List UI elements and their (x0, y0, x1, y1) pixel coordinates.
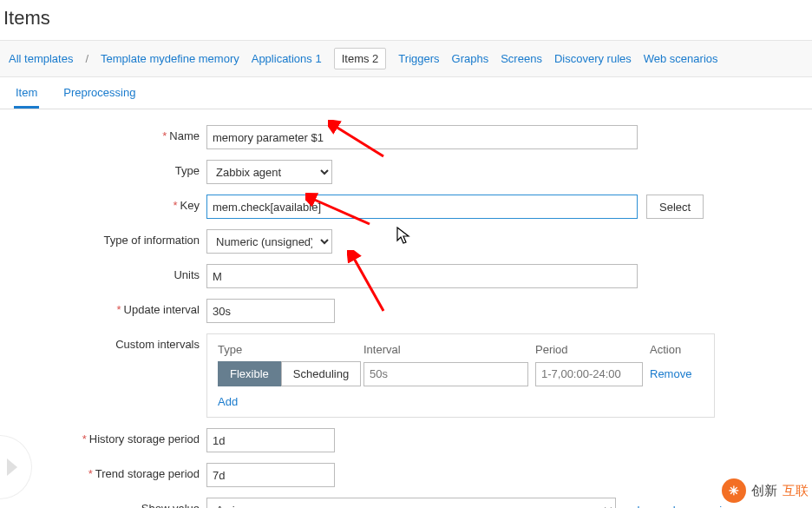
nav-screens[interactable]: Screens (501, 52, 542, 65)
select-key-button[interactable]: Select (646, 195, 704, 219)
show-value-select[interactable]: As is (206, 498, 616, 508)
label-name: Name (169, 129, 200, 142)
watermark-icon: ✳ (722, 478, 746, 503)
history-input[interactable] (206, 428, 335, 452)
trend-input[interactable] (206, 463, 335, 487)
label-custom-intervals: Custom intervals (115, 338, 200, 351)
key-input[interactable] (206, 195, 638, 219)
breadcrumb-navbar: All templates / Template mydefine memory… (0, 40, 812, 77)
custom-intervals-box: Type Interval Period Action Flexible Sch… (206, 333, 715, 418)
custom-period-input[interactable] (535, 362, 643, 386)
label-show-value: Show value (141, 502, 200, 508)
add-interval-link[interactable]: Add (218, 395, 238, 408)
breadcrumb-sep: / (85, 52, 88, 65)
units-input[interactable] (206, 264, 638, 288)
nav-applications[interactable]: Applications 1 (252, 52, 322, 65)
nav-template-name[interactable]: Template mydefine memory (101, 52, 239, 65)
scheduling-toggle[interactable]: Scheduling (281, 361, 361, 386)
flexible-toggle[interactable]: Flexible (218, 361, 281, 386)
nav-web[interactable]: Web scenarios (644, 52, 718, 65)
nav-graphs[interactable]: Graphs (452, 52, 489, 65)
page-title: Items (0, 0, 812, 40)
label-type: Type (175, 164, 200, 177)
custom-col-type: Type (218, 343, 363, 356)
tab-item[interactable]: Item (14, 86, 39, 109)
custom-col-interval: Interval (363, 343, 535, 356)
label-update-interval: Update interval (124, 303, 200, 316)
update-interval-input[interactable] (206, 299, 335, 323)
name-input[interactable] (206, 125, 638, 149)
type-info-select[interactable]: Numeric (unsigned) (206, 229, 332, 254)
nav-triggers[interactable]: Triggers (398, 52, 439, 65)
remove-interval-link[interactable]: Remove (650, 367, 691, 380)
label-key: Key (180, 199, 200, 212)
type-select[interactable]: Zabbix agent (206, 160, 332, 184)
label-units: Units (174, 268, 200, 281)
custom-interval-row: Flexible Scheduling Remove (218, 361, 704, 386)
label-type-info: Type of information (103, 234, 200, 247)
custom-col-period: Period (535, 343, 650, 356)
label-trend: Trend storage period (95, 467, 200, 480)
nav-all-templates[interactable]: All templates (9, 52, 73, 65)
nav-discovery[interactable]: Discovery rules (554, 52, 632, 65)
label-history: History storage period (89, 432, 200, 445)
custom-col-action: Action (650, 343, 704, 356)
nav-items[interactable]: Items 2 (334, 48, 387, 69)
tabs: Item Preprocessing (0, 77, 812, 109)
watermark: ✳ 创新互联 (722, 478, 809, 503)
custom-interval-input[interactable] (363, 362, 528, 386)
tab-preprocessing[interactable]: Preprocessing (62, 86, 137, 109)
item-form: *Name Type Zabbix agent *Key Select Type… (0, 109, 812, 508)
show-value-mappings-link[interactable]: show value mappings (632, 504, 740, 509)
